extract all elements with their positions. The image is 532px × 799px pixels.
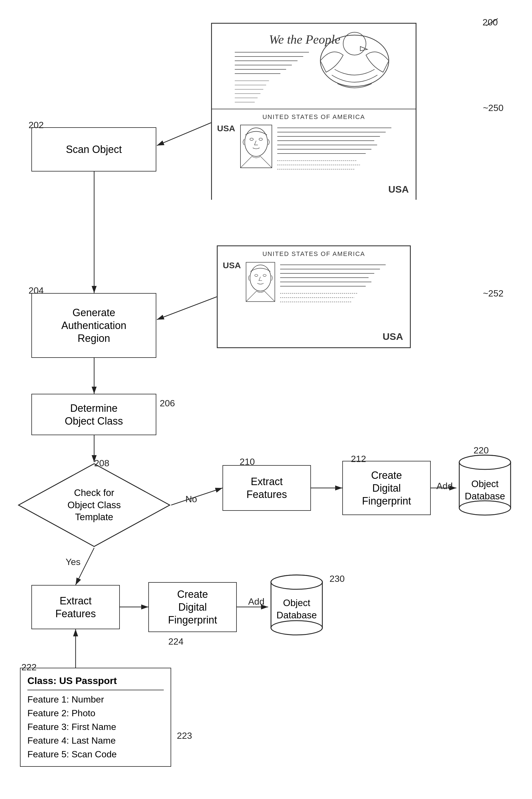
create-fp-no-label: Create Digital Fingerprint xyxy=(362,469,411,507)
svg-point-51 xyxy=(271,575,322,589)
ref-200-arrow xyxy=(481,16,504,30)
passport-subtitle: UNITED STATES OF AMERICA xyxy=(217,113,411,121)
svg-line-0 xyxy=(486,19,498,26)
scan-object-label: Scan Object xyxy=(66,143,122,156)
svg-point-32 xyxy=(255,274,258,276)
gen-auth-label: Generate Authentication Region xyxy=(61,306,126,345)
passport-crop-face xyxy=(245,261,276,303)
svg-point-31 xyxy=(250,265,271,291)
feature-title: Class: US Passport xyxy=(27,673,164,690)
obj-db-bottom: Object Database xyxy=(268,574,325,639)
feature-template-box: Class: US Passport Feature 1: Number Fea… xyxy=(20,668,171,767)
obj-db-top: Object Database xyxy=(456,454,513,519)
feature-2: Feature 2: Photo xyxy=(27,706,164,720)
obj-db-bottom-label: Object Database xyxy=(268,597,325,621)
create-fp-no-box: Create Digital Fingerprint xyxy=(342,461,431,515)
svg-text:We the People: We the People xyxy=(269,33,340,47)
passport-text-lines xyxy=(277,124,400,198)
arrow-crop-to-gen-auth xyxy=(157,297,217,320)
arrow-no-to-extract-no xyxy=(171,488,223,505)
check-template-label: Check for Object Class Template xyxy=(62,481,126,529)
obj-db-top-label: Object Database xyxy=(456,478,513,502)
diagram-container: 200 We the People xyxy=(0,0,532,799)
ref-230: 230 xyxy=(329,574,345,584)
ref-224: 224 xyxy=(168,636,184,647)
svg-point-50 xyxy=(271,621,322,635)
ref-212: 212 xyxy=(351,454,366,464)
extract-features-yes-box: Extract Features xyxy=(31,585,120,629)
svg-point-33 xyxy=(263,274,266,276)
svg-point-46 xyxy=(459,501,511,515)
create-fp-yes-label: Create Digital Fingerprint xyxy=(168,588,217,626)
svg-point-9 xyxy=(343,32,366,55)
passport-full: We the People xyxy=(211,23,416,200)
passport-crop-usa-bottom: USA xyxy=(382,331,403,342)
feature-1: Feature 1: Number xyxy=(27,692,164,706)
extract-features-yes-label: Extract Features xyxy=(55,594,96,620)
feature-5: Feature 5: Scan Code xyxy=(27,747,164,761)
add-label-top: Add xyxy=(436,481,453,491)
scan-object-box: Scan Object xyxy=(31,127,156,171)
arrow-yes-to-extract-yes xyxy=(76,548,94,585)
ref-206: 206 xyxy=(160,398,175,409)
passport-crop: UNITED STATES OF AMERICA USA xyxy=(217,245,411,348)
svg-point-8 xyxy=(320,35,389,87)
check-template-diamond: Check for Object Class Template xyxy=(17,462,171,548)
passport-crop-usa-top: USA xyxy=(223,261,241,270)
extract-features-no-box: Extract Features xyxy=(223,465,311,511)
passport-usa-bottom: USA xyxy=(388,184,409,195)
ref-220: 220 xyxy=(474,445,489,456)
feature-4: Feature 4: Last Name xyxy=(27,733,164,747)
passport-usa-top: USA xyxy=(217,124,235,133)
arrow-passport-to-scan xyxy=(157,123,211,146)
add-label-bottom: Add xyxy=(248,596,264,607)
ref-208: 208 xyxy=(94,458,109,468)
no-label: No xyxy=(185,494,197,504)
ref-250: ~250 xyxy=(483,103,504,113)
passport-illustration: We the People xyxy=(212,24,416,109)
svg-point-17 xyxy=(245,128,268,156)
ref-202: 202 xyxy=(28,120,44,130)
passport-crop-subtitle: UNITED STATES OF AMERICA xyxy=(223,250,405,258)
svg-point-18 xyxy=(250,138,253,141)
extract-features-no-label: Extract Features xyxy=(246,475,287,501)
passport-crop-text-lines xyxy=(280,261,394,335)
ref-252: ~252 xyxy=(483,288,504,299)
svg-point-47 xyxy=(459,455,511,469)
det-class-box: Determine Object Class xyxy=(31,394,156,435)
svg-point-19 xyxy=(259,138,262,141)
gen-auth-box: Generate Authentication Region xyxy=(31,293,156,358)
ref-204: 204 xyxy=(28,285,44,296)
ref-222: 222 xyxy=(21,662,37,673)
det-class-label: Determine Object Class xyxy=(65,402,123,427)
yes-label: Yes xyxy=(65,557,80,567)
create-fp-yes-box: Create Digital Fingerprint xyxy=(148,582,237,632)
passport-face xyxy=(239,124,273,169)
ref-223: 223 xyxy=(177,730,192,741)
feature-list: Feature 1: Number Feature 2: Photo Featu… xyxy=(27,692,164,761)
ref-210: 210 xyxy=(240,457,255,467)
feature-3: Feature 3: First Name xyxy=(27,720,164,733)
